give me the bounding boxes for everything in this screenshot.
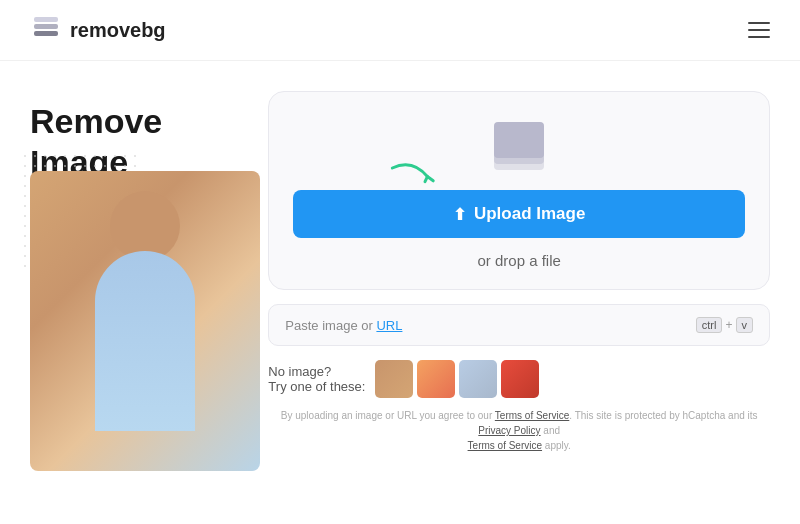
sample-images-row: No image? Try one of these: — [268, 360, 770, 398]
terms-link-2[interactable]: Terms of Service — [468, 440, 542, 451]
upload-button-label: Upload Image — [474, 204, 585, 224]
sample-images — [375, 360, 539, 398]
stack-icon — [489, 122, 549, 172]
main-content: Remove Image Background 100% Automatical… — [0, 61, 800, 491]
upload-section: ⬆ Upload Image or drop a file Paste imag… — [268, 91, 770, 471]
v-key: v — [736, 317, 754, 333]
sample-image-3[interactable] — [459, 360, 497, 398]
url-link[interactable]: URL — [376, 318, 402, 333]
person-illustration — [30, 171, 260, 471]
header: removebg — [0, 0, 800, 61]
keyboard-shortcut: ctrl + v — [696, 317, 753, 333]
sample-image-2[interactable] — [417, 360, 455, 398]
terms-text: By uploading an image or URL you agree t… — [268, 408, 770, 453]
paste-area[interactable]: Paste image or URL ctrl + v — [268, 304, 770, 346]
svg-rect-1 — [34, 31, 58, 36]
paste-text: Paste image or URL — [285, 318, 402, 333]
logo-text: removebg — [70, 19, 166, 42]
hero-image — [30, 171, 260, 471]
sample-image-4[interactable] — [501, 360, 539, 398]
upload-dropzone[interactable]: ⬆ Upload Image or drop a file — [268, 91, 770, 290]
samples-label: No image? Try one of these: — [268, 364, 365, 394]
menu-button[interactable] — [748, 22, 770, 38]
ctrl-key: ctrl — [696, 317, 723, 333]
terms-link-1[interactable]: Terms of Service — [495, 410, 569, 421]
logo-icon — [30, 14, 62, 46]
sample-image-1[interactable] — [375, 360, 413, 398]
hero-section: Remove Image Background 100% Automatical… — [30, 91, 228, 471]
drop-text: or drop a file — [477, 252, 560, 269]
upload-icon: ⬆ — [453, 205, 466, 224]
upload-button[interactable]: ⬆ Upload Image — [293, 190, 745, 238]
stack-layer-top — [494, 122, 544, 158]
privacy-link[interactable]: Privacy Policy — [478, 425, 540, 436]
svg-rect-2 — [34, 17, 58, 22]
logo[interactable]: removebg — [30, 14, 166, 46]
svg-rect-0 — [34, 24, 58, 29]
